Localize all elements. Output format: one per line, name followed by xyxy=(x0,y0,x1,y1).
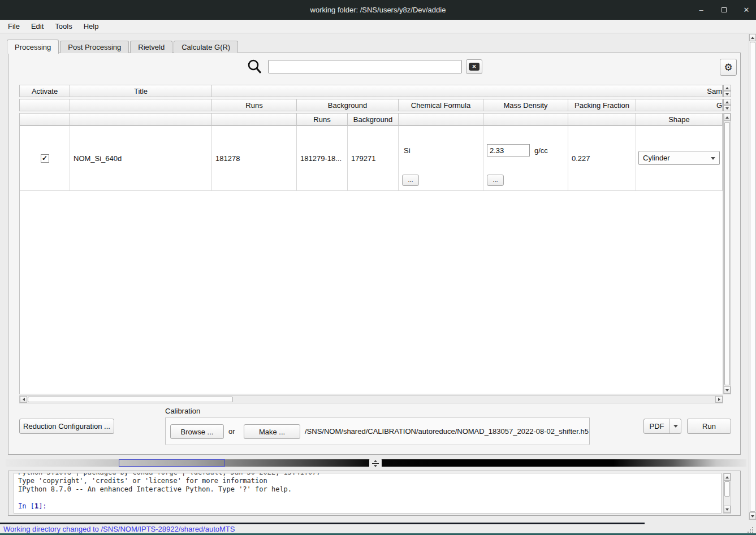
chevron-down-icon xyxy=(711,157,715,160)
header-shape[interactable]: Shape xyxy=(636,114,723,125)
header-empty xyxy=(70,99,212,111)
tab-rietveld[interactable]: Rietveld xyxy=(130,41,172,53)
header-geometry[interactable]: G xyxy=(636,99,723,111)
scroll-down-icon[interactable] xyxy=(723,105,731,111)
scroll-up-icon[interactable] xyxy=(749,34,756,41)
scroll-up-icon[interactable] xyxy=(724,114,731,121)
chemical-formula-browse-button[interactable]: ... xyxy=(402,175,419,186)
menu-file[interactable]: File xyxy=(2,20,25,32)
background-background-cell[interactable]: 179271 xyxy=(348,126,399,191)
header-chemical-formula[interactable]: Chemical Formula xyxy=(399,99,483,111)
chevron-down-icon xyxy=(669,419,681,433)
sample-table: Activate Title Sam Runs Background Chemi… xyxy=(19,84,731,403)
scrollbar-thumb[interactable] xyxy=(724,122,730,385)
scroll-right-icon[interactable] xyxy=(715,396,723,403)
menu-tools[interactable]: Tools xyxy=(49,20,77,32)
close-button[interactable]: ✕ xyxy=(741,6,751,14)
runs-cell[interactable]: 181278 xyxy=(212,126,297,191)
menu-edit[interactable]: Edit xyxy=(25,20,49,32)
clear-search-icon: ✕ xyxy=(469,63,479,71)
header-bg-runs[interactable]: Runs xyxy=(297,114,348,125)
calibration-browse-button[interactable]: Browse ... xyxy=(170,424,224,439)
tab-calculate-gr[interactable]: Calculate G(R) xyxy=(174,41,238,53)
tab-processing[interactable]: Processing xyxy=(7,40,59,54)
table-body: ✓ NOM_Si_640d 181278 181279-18... 179271… xyxy=(19,125,723,394)
mass-density-input[interactable] xyxy=(487,144,530,156)
header-empty xyxy=(20,99,70,111)
maximize-icon xyxy=(722,7,727,12)
header-mass-density[interactable]: Mass Density xyxy=(483,99,568,111)
header-sample[interactable]: Sam xyxy=(212,85,723,97)
window-vertical-scrollbar[interactable] xyxy=(749,34,756,520)
scroll-up-icon[interactable] xyxy=(724,473,731,481)
splitter[interactable] xyxy=(0,459,756,468)
mass-density-browse-button[interactable]: ... xyxy=(487,175,504,186)
header-packing-fraction[interactable]: Packing Fraction xyxy=(568,99,636,111)
calibration-make-button[interactable]: Make ... xyxy=(244,424,300,439)
mass-density-units: g/cc xyxy=(534,146,548,155)
header-empty xyxy=(483,114,568,125)
clear-search-button[interactable]: ✕ xyxy=(466,59,482,74)
menu-help[interactable]: Help xyxy=(78,20,105,32)
table-vertical-scrollbar[interactable] xyxy=(723,113,731,394)
header-empty xyxy=(20,114,70,125)
scroll-up-icon[interactable] xyxy=(723,99,731,105)
console-prompt: In [1]: xyxy=(18,502,721,511)
ipython-console: Python 3.10.8 | packaged by conda-forge … xyxy=(8,471,741,516)
scroll-down-icon[interactable] xyxy=(724,506,731,513)
header-runs[interactable]: Runs xyxy=(212,99,297,111)
header-background[interactable]: Background xyxy=(297,99,399,111)
output-type-select[interactable]: PDF xyxy=(643,419,681,434)
statusbar: Working directory changed to /SNS/NOM/IP… xyxy=(0,524,756,533)
header-empty xyxy=(70,114,212,125)
table-header-row3: Runs Background Shape xyxy=(19,113,723,125)
activate-checkbox[interactable]: ✓ xyxy=(41,154,49,163)
background-runs-cell[interactable]: 181279-18... xyxy=(297,126,348,191)
header-title[interactable]: Title xyxy=(70,85,212,97)
console-scrollbar[interactable] xyxy=(723,473,731,514)
maximize-button[interactable] xyxy=(719,6,729,14)
header-empty xyxy=(568,114,636,125)
gear-icon: ⚙ xyxy=(724,62,732,73)
minimize-button[interactable]: – xyxy=(696,6,706,14)
title-cell[interactable]: NOM_Si_640d xyxy=(70,126,212,191)
titlebar[interactable]: working folder: /SNS/users/y8z/Dev/addie… xyxy=(0,0,756,20)
header-bg-background[interactable]: Background xyxy=(348,114,399,125)
scrollbar-thumb[interactable] xyxy=(724,481,730,497)
table-header-row2: Runs Background Chemical Formula Mass De… xyxy=(19,99,723,111)
reduction-configuration-button[interactable]: Reduction Configuration ... xyxy=(19,419,114,434)
console-text-area[interactable]: Python 3.10.8 | packaged by conda-forge … xyxy=(14,473,722,514)
shape-select[interactable]: Cylinder xyxy=(638,151,720,165)
mass-density-cell: g/cc ... xyxy=(483,126,568,191)
processing-tab-panel: ✕ ⚙ Activate Title Sam Runs Background xyxy=(8,53,741,455)
table-row: ✓ NOM_Si_640d 181278 181279-18... 179271… xyxy=(20,126,723,191)
or-label: or xyxy=(228,427,235,436)
search-icon xyxy=(246,58,263,75)
tab-post-processing[interactable]: Post Processing xyxy=(60,41,129,53)
run-button[interactable]: Run xyxy=(687,419,731,434)
settings-button[interactable]: ⚙ xyxy=(720,59,737,76)
header-empty xyxy=(399,114,483,125)
console-line: Type 'copyright', 'credits' or 'license'… xyxy=(18,477,721,485)
scrollbar-thumb[interactable] xyxy=(28,397,233,402)
splitter-handle-icon[interactable] xyxy=(369,459,382,468)
activate-cell: ✓ xyxy=(20,126,70,191)
scroll-up-icon[interactable] xyxy=(723,85,731,91)
menubar: File Edit Tools Help xyxy=(0,20,756,33)
scroll-left-icon[interactable] xyxy=(20,396,27,403)
status-message: Working directory changed to /SNS/NOM/IP… xyxy=(3,525,235,533)
table-horizontal-scrollbar[interactable] xyxy=(19,395,723,403)
scrollbar-thumb[interactable] xyxy=(750,42,755,512)
header-row2-scroll xyxy=(723,99,731,111)
header-activate[interactable]: Activate xyxy=(20,85,70,97)
splitter-focus-rect xyxy=(119,459,225,467)
window-title: working folder: /SNS/users/y8z/Dev/addie xyxy=(310,6,446,14)
scroll-down-icon[interactable] xyxy=(723,91,731,97)
console-line: IPython 8.7.0 -- An enhanced Interactive… xyxy=(18,485,721,494)
packing-fraction-cell[interactable]: 0.227 xyxy=(568,126,636,191)
search-input[interactable] xyxy=(268,60,462,73)
output-type-value: PDF xyxy=(644,422,669,430)
header-empty xyxy=(212,114,297,125)
scroll-down-icon[interactable] xyxy=(724,386,731,394)
scroll-down-icon[interactable] xyxy=(749,512,756,520)
